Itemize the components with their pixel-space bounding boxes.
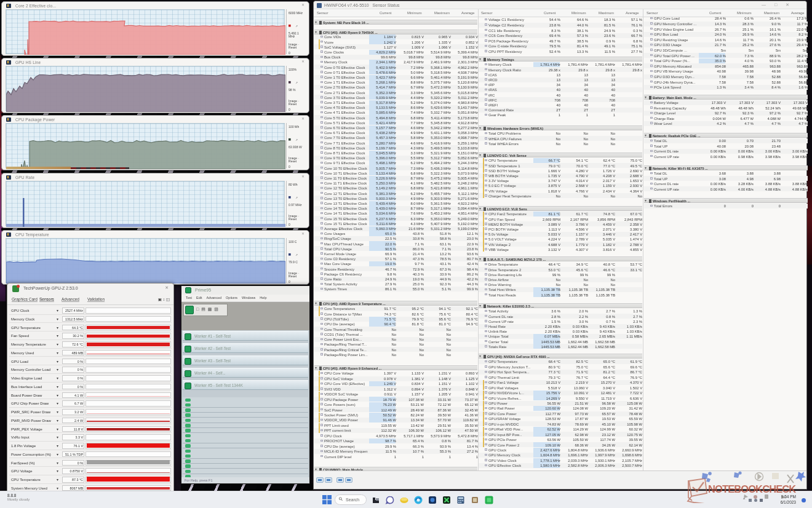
svg-text:NOTEBOOKCHECK: NOTEBOOKCHECK: [708, 483, 796, 494]
